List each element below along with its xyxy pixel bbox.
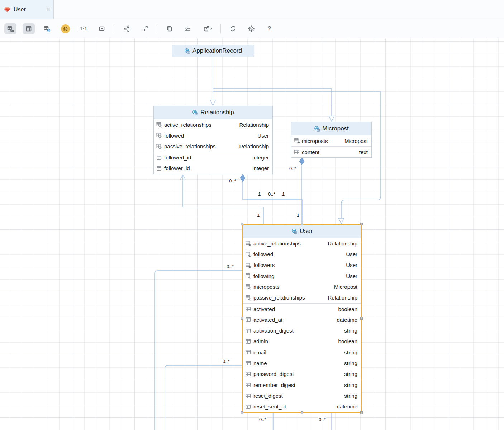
- association-icon: [156, 133, 162, 138]
- column-icon: [246, 339, 251, 344]
- entity-relationship[interactable]: Relationship active_relationships Relati…: [153, 106, 273, 174]
- column-row[interactable]: followed_id integer: [154, 152, 272, 163]
- entity-header[interactable]: ApplicationRecord: [172, 45, 254, 57]
- entity-title: Micropost: [322, 125, 349, 132]
- settings-button[interactable]: [245, 23, 257, 34]
- association-row[interactable]: passive_relationships Relationship: [154, 141, 272, 152]
- refresh-icon: [229, 25, 237, 32]
- column-name: followed_id: [164, 154, 191, 161]
- column-icon: [246, 404, 251, 410]
- jump-to-node-button[interactable]: [139, 23, 151, 34]
- connector-user-self-followers[interactable]: [155, 271, 242, 430]
- connector-user-self-following[interactable]: [165, 366, 242, 430]
- column-type: datetime: [337, 317, 357, 323]
- column-name: content: [302, 149, 319, 155]
- column-row[interactable]: follower_id integer: [154, 163, 272, 174]
- association-name: followers: [253, 262, 275, 268]
- entity-header[interactable]: Relationship: [154, 106, 272, 119]
- selection-handle[interactable]: [360, 223, 363, 225]
- connector-user-relationship-aggregation[interactable]: [240, 174, 302, 224]
- column-row[interactable]: name string: [243, 358, 361, 368]
- column-row[interactable]: activated boolean: [243, 303, 361, 314]
- entity-header[interactable]: User: [243, 225, 361, 238]
- show-relationships-button[interactable]: [4, 23, 16, 34]
- apply-layout-icon: [184, 25, 191, 32]
- refresh-button[interactable]: [227, 23, 239, 34]
- column-row[interactable]: activated_at datetime: [243, 314, 361, 325]
- collapse-nodes-button[interactable]: [120, 23, 133, 34]
- selection-handle[interactable]: [241, 317, 243, 320]
- column-row[interactable]: reset_digest string: [243, 390, 361, 401]
- column-row[interactable]: admin boolean: [243, 336, 361, 347]
- connector-inheritance-relationship[interactable]: [210, 57, 216, 105]
- selection-handle[interactable]: [301, 411, 303, 414]
- chevron-down-icon: [210, 29, 211, 29]
- column-icon: [246, 371, 251, 377]
- association-icon: [294, 138, 300, 144]
- association-name: active_relationships: [164, 122, 211, 128]
- show-columns-button[interactable]: [23, 23, 35, 34]
- column-name: activated: [253, 306, 275, 312]
- selection-handle[interactable]: [360, 411, 363, 414]
- association-name: microposts: [253, 284, 280, 290]
- connector-user-micropost-aggregation[interactable]: [299, 158, 304, 224]
- association-type: User: [257, 133, 269, 139]
- selection-handle[interactable]: [360, 317, 363, 320]
- mentions-button[interactable]: @: [59, 23, 71, 34]
- entity-user[interactable]: User active_relationships Relationship f…: [242, 224, 362, 413]
- column-type: boolean: [338, 338, 357, 344]
- entity-title: User: [300, 228, 313, 235]
- association-icon: [246, 273, 251, 279]
- fit-content-button[interactable]: [96, 23, 108, 34]
- table-columns-icon: [25, 25, 32, 32]
- entity-applicationrecord[interactable]: ApplicationRecord: [172, 45, 254, 57]
- column-row[interactable]: activation_digest string: [243, 325, 361, 336]
- association-row[interactable]: passive_relationships Relationship: [243, 292, 361, 303]
- association-row[interactable]: microposts Micropost: [291, 135, 371, 146]
- table-settings-button[interactable]: [41, 23, 53, 34]
- association-row[interactable]: followed User: [154, 130, 272, 141]
- apply-layout-button[interactable]: [182, 23, 194, 34]
- column-row[interactable]: reset_sent_at datetime: [243, 401, 361, 412]
- column-name: admin: [253, 338, 268, 344]
- model-class-icon: [314, 126, 320, 132]
- column-type: string: [344, 382, 357, 388]
- help-button[interactable]: ?: [263, 23, 276, 34]
- column-row[interactable]: remember_digest string: [243, 379, 361, 390]
- selection-handle[interactable]: [241, 223, 243, 225]
- association-icon: [156, 144, 162, 149]
- selection-handle[interactable]: [241, 411, 243, 414]
- model-class-icon: [291, 228, 297, 234]
- entity-micropost[interactable]: Micropost microposts Micropost content t…: [291, 122, 372, 158]
- column-row[interactable]: content text: [291, 146, 371, 157]
- association-row[interactable]: microposts Micropost: [243, 281, 361, 292]
- association-type: Relationship: [239, 143, 269, 149]
- multiplicity-label: 1: [258, 191, 261, 197]
- association-row[interactable]: active_relationships Relationship: [154, 119, 272, 130]
- selection-handle[interactable]: [301, 223, 303, 225]
- association-icon: [246, 240, 251, 246]
- export-diagram-button[interactable]: [200, 23, 214, 34]
- gear-icon: [248, 25, 255, 32]
- column-row[interactable]: email string: [243, 347, 361, 358]
- association-name: passive_relationships: [164, 143, 215, 149]
- multiplicity-label: 0..*: [268, 191, 276, 197]
- column-row[interactable]: password_digest string: [243, 369, 361, 379]
- toolbar-separator: [157, 24, 157, 33]
- association-row[interactable]: followers User: [243, 260, 361, 271]
- tab-user[interactable]: User ×: [0, 0, 54, 19]
- actual-size-icon: 1:1: [80, 26, 87, 32]
- column-icon: [246, 360, 251, 366]
- entity-header[interactable]: Micropost: [291, 122, 371, 135]
- tab-close-icon[interactable]: ×: [46, 6, 50, 13]
- multiplicity-label: 0..*: [289, 166, 297, 172]
- column-name: follower_id: [164, 165, 190, 171]
- association-type: User: [346, 251, 357, 257]
- actual-size-button[interactable]: 1:1: [77, 23, 90, 34]
- copy-diagram-button[interactable]: [163, 23, 176, 34]
- column-type: integer: [252, 154, 269, 161]
- association-row[interactable]: following User: [243, 271, 361, 281]
- column-type: string: [344, 349, 357, 355]
- association-row[interactable]: followed User: [243, 249, 361, 259]
- association-row[interactable]: active_relationships Relationship: [243, 238, 361, 249]
